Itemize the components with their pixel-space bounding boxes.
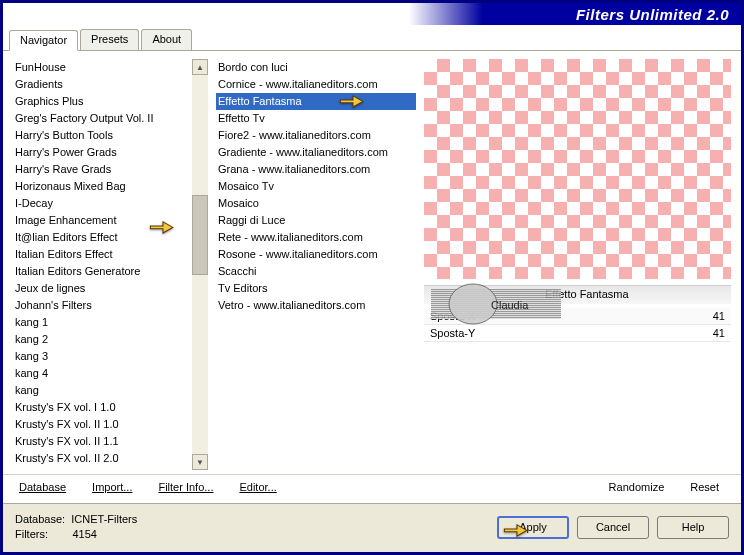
status-block: Database: ICNET-Filters Filters: 4154	[15, 512, 137, 542]
import-button[interactable]: Import...	[88, 479, 136, 495]
filter-info-button[interactable]: Filter Info...	[154, 479, 217, 495]
param-label: Sposta-X	[430, 310, 475, 322]
list-item[interactable]: Mosaico Tv	[216, 178, 416, 195]
list-item[interactable]: Krusty's FX vol. II 2.0	[13, 450, 190, 467]
list-item[interactable]: Greg's Factory Output Vol. II	[13, 110, 190, 127]
help-button[interactable]: Help	[657, 516, 729, 539]
cancel-button[interactable]: Cancel	[577, 516, 649, 539]
list-item[interactable]: Krusty's FX vol. I 1.0	[13, 399, 190, 416]
param-value: 41	[713, 310, 725, 322]
param-label: Sposta-Y	[430, 327, 475, 339]
list-item[interactable]: I-Decay	[13, 195, 190, 212]
list-item[interactable]: Krusty's FX vol. II 1.1	[13, 433, 190, 450]
database-button[interactable]: Database	[15, 479, 70, 495]
list-item[interactable]: Scacchi	[216, 263, 416, 280]
title-bar: Filters Unlimited 2.0	[3, 3, 741, 25]
list-item[interactable]: Graphics Plus	[13, 93, 190, 110]
app-title: Filters Unlimited 2.0	[576, 6, 729, 23]
params-box: Sposta-X41Sposta-Y41	[424, 308, 731, 342]
category-scrollbar[interactable]: ▲ ▼	[192, 59, 208, 470]
tab-navigator[interactable]: Navigator	[9, 30, 78, 51]
list-item[interactable]: Krusty's FX vol. II 1.0	[13, 416, 190, 433]
bottom-bar: Database: ICNET-Filters Filters: 4154 Ap…	[3, 503, 741, 552]
list-item[interactable]: Cornice - www.italianeditors.com	[216, 76, 416, 93]
list-item[interactable]: L en K landksiteofwonders	[13, 467, 190, 470]
list-item[interactable]: Harry's Power Grads	[13, 144, 190, 161]
param-value: 41	[713, 327, 725, 339]
list-item[interactable]: Harry's Button Tools	[13, 127, 190, 144]
main-area: FunHouseGradientsGraphics PlusGreg's Fac…	[3, 51, 741, 474]
param-row[interactable]: Sposta-X41	[424, 308, 731, 325]
list-item[interactable]: Bordo con luci	[216, 59, 416, 76]
list-item[interactable]: Effetto Fantasma	[216, 93, 416, 110]
list-item[interactable]: Rete - www.italianeditors.com	[216, 229, 416, 246]
filter-list[interactable]: Bordo con luciCornice - www.italianedito…	[216, 59, 416, 470]
tabs-row: NavigatorPresetsAbout	[3, 25, 741, 51]
list-item[interactable]: Raggi di Luce	[216, 212, 416, 229]
list-item[interactable]: FunHouse	[13, 59, 190, 76]
list-item[interactable]: Jeux de lignes	[13, 280, 190, 297]
list-item[interactable]: kang 4	[13, 365, 190, 382]
list-item[interactable]: Harry's Rave Grads	[13, 161, 190, 178]
action-link-row: Database Import... Filter Info... Editor…	[3, 474, 741, 503]
list-item[interactable]: Horizonaus Mixed Bag	[13, 178, 190, 195]
list-item[interactable]: Mosaico	[216, 195, 416, 212]
preview-image	[424, 59, 731, 279]
tab-presets[interactable]: Presets	[80, 29, 139, 50]
list-item[interactable]: Vetro - www.italianeditors.com	[216, 297, 416, 314]
list-item[interactable]: Johann's Filters	[13, 297, 190, 314]
list-item[interactable]: kang 3	[13, 348, 190, 365]
category-column: FunHouseGradientsGraphics PlusGreg's Fac…	[13, 59, 208, 470]
scroll-thumb[interactable]	[192, 195, 208, 275]
list-item[interactable]: Fiore2 - www.italianeditors.com	[216, 127, 416, 144]
list-item[interactable]: Effetto Tv	[216, 110, 416, 127]
status-filters-label: Filters:	[15, 528, 48, 540]
param-row[interactable]: Sposta-Y41	[424, 325, 731, 342]
apply-button[interactable]: Apply	[497, 516, 569, 539]
list-item[interactable]: Rosone - www.italianeditors.com	[216, 246, 416, 263]
list-item[interactable]: kang 1	[13, 314, 190, 331]
randomize-button[interactable]: Randomize	[605, 479, 669, 495]
list-item[interactable]: Gradiente - www.italianeditors.com	[216, 144, 416, 161]
scroll-down-button[interactable]: ▼	[192, 454, 208, 470]
bottom-buttons: Apply Cancel Help	[497, 516, 729, 539]
tab-about[interactable]: About	[141, 29, 192, 50]
list-item[interactable]: kang 2	[13, 331, 190, 348]
list-item[interactable]: kang	[13, 382, 190, 399]
filter-name-header: Effetto Fantasma	[424, 285, 731, 304]
editor-button[interactable]: Editor...	[235, 479, 280, 495]
scroll-track[interactable]	[192, 75, 208, 454]
filter-column: Bordo con luciCornice - www.italianedito…	[216, 59, 416, 470]
list-item[interactable]: Gradients	[13, 76, 190, 93]
category-list[interactable]: FunHouseGradientsGraphics PlusGreg's Fac…	[13, 59, 208, 470]
list-item[interactable]: Grana - www.italianeditors.com	[216, 161, 416, 178]
status-filters-value: 4154	[72, 528, 96, 540]
preview-column: Effetto Fantasma Sposta-X41Sposta-Y41	[424, 59, 731, 470]
list-item[interactable]: Italian Editors Generatore	[13, 263, 190, 280]
scroll-up-button[interactable]: ▲	[192, 59, 208, 75]
list-item[interactable]: It@lian Editors Effect	[13, 229, 190, 246]
status-db-value: ICNET-Filters	[71, 513, 137, 525]
filter-name-text: Effetto Fantasma	[430, 288, 629, 300]
list-item[interactable]: Tv Editors	[216, 280, 416, 297]
list-item[interactable]: Italian Editors Effect	[13, 246, 190, 263]
reset-button[interactable]: Reset	[686, 479, 723, 495]
status-db-label: Database:	[15, 513, 65, 525]
list-item[interactable]: Image Enhancement	[13, 212, 190, 229]
